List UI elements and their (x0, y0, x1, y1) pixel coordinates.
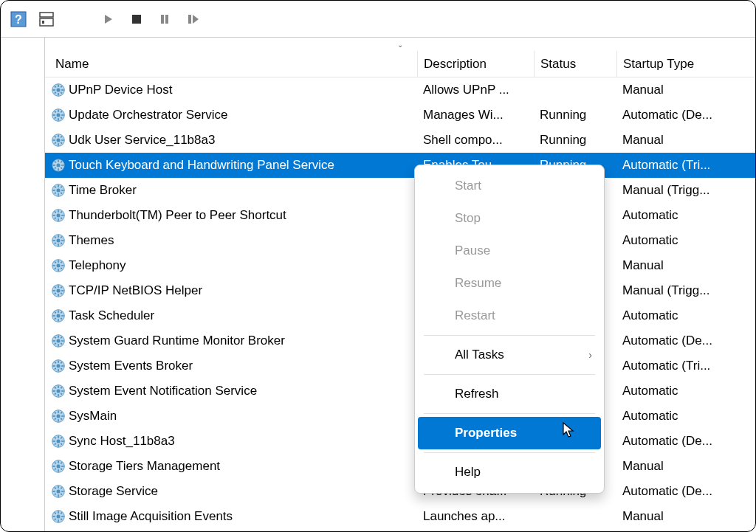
svg-point-80 (57, 264, 61, 268)
gear-icon (51, 384, 66, 398)
table-row[interactable]: TelephonyManual (45, 253, 755, 278)
table-row[interactable]: Udk User Service_11b8a3Shell compo...Run… (45, 128, 755, 153)
gear-icon (51, 359, 66, 373)
svg-rect-83 (53, 265, 55, 266)
table-row[interactable]: Update Orchestrator ServiceManages Wi...… (45, 103, 755, 128)
svg-rect-184 (61, 516, 63, 517)
svg-point-40 (57, 164, 61, 167)
table-row[interactable]: System Events BrokerAutomatic (Tri... (45, 353, 755, 379)
table-row[interactable]: Touch Keyboard and Handwriting Panel Ser… (45, 153, 755, 178)
svg-rect-41 (58, 160, 59, 162)
restart-button[interactable] (181, 7, 205, 31)
svg-rect-163 (53, 466, 55, 467)
svg-rect-143 (53, 415, 55, 417)
svg-point-100 (57, 314, 61, 318)
svg-rect-24 (61, 114, 63, 116)
svg-rect-162 (58, 469, 59, 471)
svg-rect-141 (58, 411, 59, 413)
svg-rect-183 (53, 516, 55, 517)
svg-rect-121 (58, 361, 59, 363)
svg-rect-32 (58, 143, 59, 145)
column-header-description[interactable]: Description (417, 51, 534, 77)
stop-icon (131, 13, 142, 25)
start-button[interactable] (97, 7, 120, 31)
menu-item-properties[interactable]: Properties (418, 417, 601, 449)
menu-separator (424, 374, 595, 375)
svg-rect-124 (61, 365, 63, 367)
service-name: Telephony (69, 258, 126, 273)
table-row[interactable]: ThemesAutomatic (45, 228, 755, 253)
table-row[interactable]: Sync Host_11b8a3Automatic (De... (45, 429, 755, 454)
svg-rect-133 (53, 390, 55, 392)
stop-button[interactable] (125, 7, 148, 31)
menu-item-refresh[interactable]: Refresh (418, 378, 601, 410)
svg-point-180 (57, 515, 61, 519)
table-row[interactable]: Task SchedulerAutomatic (45, 303, 755, 328)
help-button[interactable]: ? (7, 7, 30, 31)
svg-rect-3 (40, 18, 53, 26)
table-row[interactable]: Thunderbolt(TM) Peer to Peer ShortcutAut… (45, 203, 755, 228)
menu-separator (424, 452, 595, 453)
svg-rect-93 (53, 290, 55, 291)
service-startup: Manual (Trigg... (616, 183, 755, 198)
svg-rect-62 (58, 218, 59, 221)
svg-rect-132 (58, 394, 59, 396)
table-row[interactable]: UPnP Device HostAllows UPnP ...Manual (45, 77, 755, 103)
help-icon: ? (10, 10, 27, 28)
table-row[interactable]: System Guard Runtime Monitor BrokerAutom… (45, 328, 755, 353)
svg-point-10 (57, 89, 61, 92)
svg-rect-114 (61, 340, 63, 342)
svg-point-140 (57, 415, 61, 418)
service-name: Touch Keyboard and Handwriting Panel Ser… (69, 158, 334, 173)
gear-icon (51, 308, 66, 323)
column-header-status[interactable]: Status (534, 51, 616, 77)
service-name: Thunderbolt(TM) Peer to Peer Shortcut (69, 208, 286, 223)
menu-item-all-tasks[interactable]: All Tasks› (418, 339, 601, 371)
svg-point-20 (57, 114, 61, 117)
service-name: Still Image Acquisition Events (69, 509, 233, 524)
gear-icon (51, 108, 66, 122)
table-row[interactable]: TCP/IP NetBIOS HelperManual (Trigg... (45, 278, 755, 303)
play-icon (103, 13, 114, 25)
properties-toolbar-button[interactable] (35, 7, 58, 31)
column-header-startup[interactable]: Startup Type (616, 51, 755, 77)
menu-item-help[interactable]: Help (418, 456, 601, 488)
gear-icon (51, 509, 66, 524)
svg-rect-5 (132, 15, 141, 24)
service-startup: Manual (616, 83, 755, 97)
svg-point-50 (57, 189, 61, 193)
svg-rect-22 (58, 118, 59, 120)
table-row[interactable]: Storage ServiceProvides ena...RunningAut… (45, 479, 755, 504)
service-name: System Guard Runtime Monitor Broker (69, 334, 285, 348)
table-row[interactable]: Time BrokerManual (Trigg... (45, 178, 755, 203)
svg-rect-33 (53, 139, 55, 141)
svg-rect-101 (58, 311, 59, 313)
table-row[interactable]: Still Image Acquisition EventsLaunches a… (45, 504, 755, 529)
step-icon (187, 13, 199, 25)
svg-rect-142 (58, 419, 59, 421)
svg-rect-8 (188, 15, 191, 24)
svg-rect-173 (53, 491, 55, 492)
service-name: System Events Broker (69, 359, 193, 373)
pause-button[interactable] (153, 7, 176, 31)
service-name: Storage Tiers Management (69, 459, 220, 474)
table-row[interactable]: System Event Notification ServiceAutomat… (45, 379, 755, 404)
column-headers: Name Description Status Startup Type (45, 51, 755, 77)
service-name: Update Orchestrator Service (69, 108, 227, 122)
service-startup: Automatic (Tri... (616, 158, 755, 173)
gear-icon (51, 409, 66, 424)
menu-item-restart: Restart (418, 300, 601, 332)
svg-rect-172 (58, 494, 59, 497)
chevron-right-icon: › (588, 349, 592, 361)
svg-point-170 (57, 490, 61, 494)
sort-indicator[interactable]: ⌄ (45, 38, 755, 51)
table-row[interactable]: Storage Tiers ManagementManual (45, 454, 755, 479)
gear-icon (51, 258, 66, 273)
svg-rect-82 (58, 269, 59, 271)
service-status: Running (534, 108, 616, 122)
svg-rect-91 (58, 286, 59, 288)
svg-rect-151 (58, 436, 59, 438)
table-row[interactable]: SysMainAutomatic (45, 404, 755, 429)
svg-rect-144 (61, 415, 63, 417)
column-header-name[interactable]: Name (45, 57, 417, 72)
